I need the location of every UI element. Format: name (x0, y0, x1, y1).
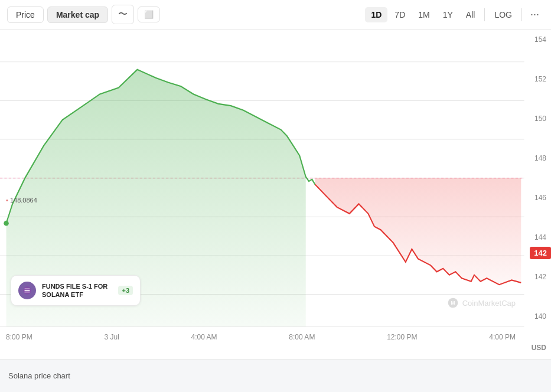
divider2 (521, 8, 522, 21)
svg-text:M: M (451, 300, 455, 306)
y-label-154: 154 (534, 35, 546, 44)
svg-point-9 (4, 221, 8, 226)
ref-price-value: 148.0864 (10, 197, 37, 204)
tab-market-cap[interactable]: Market cap (47, 6, 108, 23)
y-label-140: 140 (534, 312, 546, 321)
x-label-8pm: 8:00 PM (6, 333, 32, 341)
y-label-144: 144 (534, 233, 546, 241)
x-label-3jul: 3 Jul (104, 333, 119, 341)
chart-svg (0, 30, 551, 359)
candle-chart-icon: ⬜ (144, 10, 154, 19)
ref-price-label: • 148.0864 (6, 197, 37, 204)
more-options-button[interactable]: ··· (526, 5, 544, 24)
coinmarketcap-icon: M (447, 297, 459, 309)
toolbar-left: Price Market cap 〜 ⬜ (7, 5, 160, 24)
chart-line-button[interactable]: 〜 (112, 5, 134, 24)
x-axis: 8:00 PM 3 Jul 4:00 AM 8:00 AM 12:00 PM 4… (0, 333, 521, 341)
time-1y[interactable]: 1Y (437, 7, 459, 22)
watermark-text: CoinMarketCap (462, 299, 516, 308)
chart-container: 154 152 150 148 146 144 142 140 • 148.08… (0, 30, 551, 359)
chart-svg-wrapper (0, 30, 551, 359)
y-label-152: 152 (534, 75, 546, 83)
time-1d[interactable]: 1D (365, 7, 387, 22)
y-label-142: 142 (534, 273, 546, 281)
y-axis: 154 152 150 148 146 144 142 140 (534, 30, 546, 326)
y-label-146: 146 (534, 194, 546, 202)
caption-text: Solana price chart (8, 371, 70, 380)
solana-icon (22, 286, 32, 295)
news-card-text: FUNDS FILE S-1 FOR SOLANA ETF (42, 282, 112, 299)
x-label-4pm: 4:00 PM (489, 333, 516, 341)
current-price-label: 142 (530, 247, 551, 259)
time-1m[interactable]: 1M (412, 7, 435, 22)
time-range-controls: 1D 7D 1M 1Y All LOG ··· (365, 5, 544, 24)
news-icon (18, 282, 36, 299)
toolbar: Price Market cap 〜 ⬜ 1D 7D 1M 1Y All LOG… (0, 0, 551, 30)
news-card[interactable]: FUNDS FILE S-1 FOR SOLANA ETF +3 (11, 275, 141, 306)
chart-candle-button[interactable]: ⬜ (138, 6, 160, 22)
line-chart-icon: 〜 (118, 8, 128, 21)
tab-price[interactable]: Price (7, 6, 44, 23)
x-label-8am: 8:00 AM (289, 333, 315, 341)
y-label-150: 150 (534, 115, 546, 123)
watermark: M CoinMarketCap (447, 297, 516, 309)
x-label-4am: 4:00 AM (191, 333, 217, 341)
y-label-148: 148 (534, 154, 546, 162)
chart-caption: Solana price chart (0, 359, 551, 392)
time-7d[interactable]: 7D (389, 7, 411, 22)
x-label-12pm: 12:00 PM (387, 333, 417, 341)
divider (484, 8, 485, 21)
currency-label: USD (532, 344, 546, 352)
time-all[interactable]: All (460, 7, 481, 22)
news-badge: +3 (118, 286, 133, 295)
log-button[interactable]: LOG (488, 7, 518, 22)
